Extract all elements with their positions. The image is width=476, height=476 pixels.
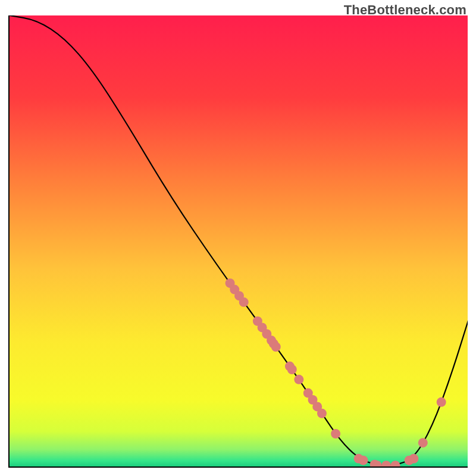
chart-stage: TheBottleneck.com: [0, 0, 476, 476]
plot-area: [8, 15, 468, 468]
data-point: [271, 342, 281, 352]
gradient-background: [10, 15, 468, 468]
data-point: [358, 456, 368, 465]
plot-svg: [10, 15, 468, 468]
data-point: [437, 397, 446, 407]
data-point: [409, 454, 418, 464]
watermark-text: TheBottleneck.com: [344, 2, 466, 18]
data-point: [239, 298, 249, 307]
data-point: [418, 438, 428, 447]
data-point: [294, 375, 303, 384]
data-point: [331, 429, 340, 439]
data-point: [317, 409, 327, 418]
data-point: [287, 365, 297, 374]
